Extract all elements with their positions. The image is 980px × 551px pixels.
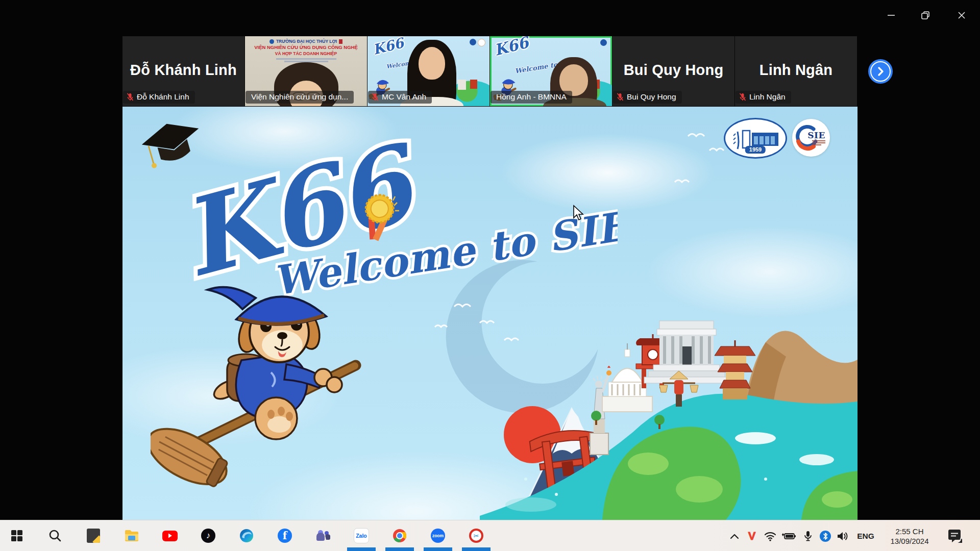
participant-name-label: Bui Quy Hong (613, 91, 682, 104)
zalo-icon: Zalo (354, 528, 369, 543)
notepad-icon (87, 529, 100, 543)
zalo-button[interactable]: Zalo (349, 523, 374, 548)
edge-button[interactable] (234, 523, 259, 548)
sie-logo: SIE (792, 119, 830, 157)
notification-center-button[interactable] (944, 529, 965, 543)
participant-tile-mc-van-anh[interactable]: K66 Welcome to SIE MC Vân Anh (368, 36, 489, 106)
tray-date: 13/09/2024 (890, 536, 928, 546)
wall-text-line1: TRƯỜNG ĐẠI HỌC THỦY LỢI (276, 39, 337, 44)
running-indicator-zalo (347, 547, 376, 551)
participant-display-name: Linh Ngân (735, 62, 857, 79)
facebook-icon: f (278, 529, 292, 543)
close-button[interactable] (950, 5, 973, 26)
participant-name-label: Hồng Anh - BMNNA (491, 91, 572, 104)
running-indicator-zoom (424, 547, 452, 551)
gallery-next-page-button[interactable] (868, 59, 893, 84)
wifi-tray-icon[interactable] (763, 529, 778, 543)
running-indicator-recorder (462, 547, 491, 551)
virtual-bg-logo (478, 39, 485, 46)
language-indicator[interactable]: ENG (853, 520, 878, 551)
university-logo-year: 1959 (745, 146, 766, 154)
youtube-icon (162, 531, 178, 541)
clock[interactable]: 2:55 CH 13/09/2024 (881, 520, 938, 551)
chevron-up-icon (730, 533, 739, 539)
muted-mic-icon (617, 93, 624, 102)
zoom-app-button[interactable]: zoom (426, 523, 450, 548)
microphone-icon (804, 531, 812, 542)
edge-icon (239, 529, 254, 543)
windows-taskbar: ♪ f Zalo (0, 520, 980, 551)
file-explorer-icon (124, 529, 139, 542)
virtual-bg-logo (470, 39, 476, 45)
graduation-cap-icon (137, 114, 208, 175)
institute-mark (339, 39, 342, 44)
chrome-button[interactable] (387, 523, 412, 548)
participant-tile-vien-nghien-cuu[interactable]: TRƯỜNG ĐẠI HỌC THỦY LỢI VIỆN NGHIÊN CỨU … (245, 36, 367, 106)
university-logo: 1959 (724, 118, 787, 159)
notification-chat-icon (947, 530, 962, 543)
participant-tile-do-khanh-linh[interactable]: Đỗ Khánh Linh Đỗ Khánh Linh (122, 36, 244, 106)
globe-landmarks (480, 311, 857, 520)
participant-name-label: Đỗ Khánh Linh (123, 91, 195, 104)
microphone-tray-icon[interactable] (800, 529, 816, 543)
battery-tray-icon[interactable] (780, 529, 797, 543)
notepad-app-button[interactable] (81, 523, 106, 548)
facebook-button[interactable]: f (273, 523, 297, 548)
volume-tray-icon[interactable] (835, 529, 850, 543)
bluetooth-icon (819, 530, 831, 542)
youtube-button[interactable] (158, 523, 182, 548)
wizard-dog-mascot (151, 283, 380, 492)
restore-icon (921, 11, 930, 20)
participant-tile-hong-anh[interactable]: K66 Welcome to SIE Hồng Anh - BMNNA (490, 36, 612, 106)
participant-name-label: MC Vân Anh (368, 91, 432, 104)
shared-screen-slide: K66 Welcome to SIE (122, 107, 857, 520)
chrome-icon (393, 529, 407, 543)
wall-text-line2: VIỆN NGHIÊN CỨU ỨNG DỤNG CÔNG NGHỆ (245, 44, 367, 51)
participant-display-name: Đỗ Khánh Linh (122, 62, 244, 79)
muted-mic-icon (127, 93, 134, 102)
tiktok-button[interactable]: ♪ (196, 523, 220, 548)
scissors-recorder-icon: ✂ (469, 529, 483, 543)
tiktok-icon: ♪ (201, 529, 215, 543)
search-button[interactable] (43, 523, 67, 548)
virtual-bg-logo (600, 39, 607, 46)
windows-start-icon (11, 530, 23, 542)
participant-tile-bui-quy-hong[interactable]: Bui Quy Hong Bui Quy Hong (612, 36, 734, 106)
minimize-button[interactable] (880, 5, 902, 26)
participant-name-label: Linh Ngân (736, 91, 791, 104)
muted-mic-icon (739, 93, 746, 102)
running-indicator-chrome (385, 547, 414, 551)
minimize-icon (887, 11, 896, 20)
close-icon (957, 11, 966, 20)
muted-mic-icon (372, 93, 379, 102)
speaker-icon (837, 531, 849, 541)
participant-tile-linh-ngan[interactable]: Linh Ngân Linh Ngân (735, 36, 857, 106)
virtual-bg-title: K66 (371, 36, 405, 58)
wall-text-line3: VÀ HỢP TÁC DOANH NGHIỆP (245, 51, 367, 57)
battery-charging-icon (781, 532, 796, 541)
restore-button[interactable] (914, 5, 937, 26)
antivirus-tray-icon[interactable]: V (743, 520, 761, 551)
virtual-bg-title: K66 (493, 36, 530, 59)
teams-icon (315, 529, 331, 542)
institute-logo-dot (270, 39, 274, 44)
teams-button[interactable] (311, 523, 335, 548)
search-icon (48, 529, 62, 542)
file-explorer-button[interactable] (119, 523, 144, 548)
tray-time: 2:55 CH (895, 527, 923, 536)
wifi-icon (764, 531, 776, 541)
mouse-cursor (572, 205, 585, 222)
zoom-app-icon: zoom (431, 529, 445, 543)
start-button[interactable] (5, 523, 29, 548)
participant-name-label: Viện Nghiên cứu ứng dụn... (246, 91, 354, 104)
screen-recorder-button[interactable]: ✂ (464, 523, 488, 548)
chevron-right-icon (875, 66, 886, 77)
participant-display-name: Bui Quy Hong (612, 62, 734, 79)
tray-overflow-button[interactable] (727, 529, 742, 543)
zoom-meeting-window: Đỗ Khánh Linh Đỗ Khánh Linh TRƯỜNG ĐẠI H… (0, 0, 980, 551)
sie-logo-text: SIE (807, 130, 825, 140)
bluetooth-tray-icon[interactable] (818, 529, 833, 543)
